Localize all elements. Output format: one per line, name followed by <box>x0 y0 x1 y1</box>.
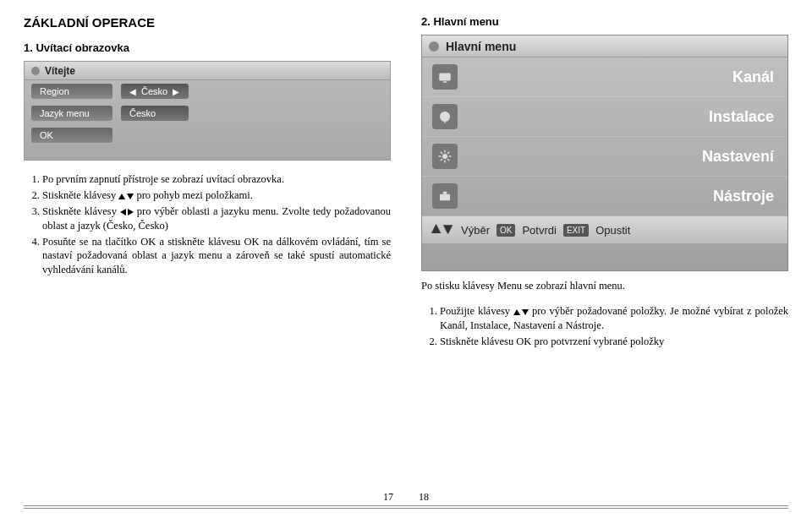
li-3: Stiskněte klávesy pro výběr oblasti a ja… <box>42 205 391 233</box>
region-label: Region <box>31 84 112 99</box>
chevron-right-icon: ▶ <box>173 87 179 96</box>
menu-item-instalace[interactable]: Instalace <box>422 97 787 137</box>
menu-item-nastroje[interactable]: Nástroje <box>422 177 787 216</box>
triangle-up-icon <box>513 309 520 315</box>
svg-rect-6 <box>443 192 447 194</box>
page-num-left: 17 <box>383 491 393 504</box>
menu-label: Kanál <box>732 68 774 86</box>
menu-item-kanal[interactable]: Kanál <box>422 57 787 97</box>
rli-1a: Použijte klávesy <box>440 305 510 317</box>
triangle-down-icon <box>127 194 134 199</box>
svg-point-4 <box>442 154 447 159</box>
main-menu-title: Hlavní menu <box>446 40 516 53</box>
ok-button[interactable]: OK <box>31 128 112 143</box>
window-icon <box>31 67 40 75</box>
window-icon <box>429 41 439 52</box>
menu-label: Nastavení <box>702 148 774 166</box>
tv-icon <box>432 64 458 90</box>
subsection-welcome: 1. Uvítací obrazovka <box>24 41 391 54</box>
svg-rect-5 <box>440 194 450 201</box>
rli-2: Stiskněte klávesu OK pro potvrzení vybra… <box>440 335 788 349</box>
li-1: Po prvním zapnutí přístroje se zobrazí u… <box>42 172 391 187</box>
language-label: Jazyk menu <box>31 106 112 121</box>
menu-label: Nástroje <box>713 188 774 205</box>
dish-icon <box>432 104 458 129</box>
section-heading: ZÁKLADNÍ OPERACE <box>24 15 391 30</box>
svg-rect-3 <box>444 121 446 123</box>
li-4: Posuňte se na tlačítko OK a stiskněte kl… <box>42 235 391 278</box>
svg-rect-1 <box>443 81 447 83</box>
chevron-left-icon: ◀ <box>129 87 136 96</box>
right-instructions: Použijte klávesy pro výběr požadované po… <box>421 304 788 349</box>
gear-icon <box>432 144 458 169</box>
language-value: Česko <box>129 108 156 118</box>
rli-1: Použijte klávesy pro výběr požadované po… <box>440 304 788 333</box>
menu-label: Instalace <box>709 108 774 126</box>
welcome-title: Vítejte <box>45 65 75 77</box>
li-2: Stiskněte klávesy pro pohyb mezi položka… <box>42 188 391 203</box>
li-2b: pro pohyb mezi položkami. <box>136 189 252 201</box>
triangle-left-icon <box>120 209 126 215</box>
footer-potvrdi: Potvrdi <box>522 224 556 237</box>
ok-key-icon: OK <box>497 224 515 237</box>
page-divider <box>24 505 788 509</box>
nav-arrows-icon: ⯅⯆ <box>431 223 454 237</box>
region-value: Česko <box>141 86 167 96</box>
triangle-right-icon <box>128 209 134 215</box>
welcome-screenshot: Vítejte Region ◀ Česko ▶ Jazyk menu Česk… <box>24 61 391 161</box>
left-instructions: Po prvním zapnutí přístroje se zobrazí u… <box>24 172 391 277</box>
main-menu-screenshot: Hlavní menu Kanál Instalace Nastavení Ná… <box>421 35 788 271</box>
subsection-main-menu: 2. Hlavní menu <box>421 15 788 28</box>
li-3a: Stiskněte klávesy <box>42 205 117 217</box>
menu-item-nastaveni[interactable]: Nastavení <box>422 137 787 177</box>
language-select[interactable]: Česko <box>121 106 189 121</box>
toolbox-icon <box>432 183 458 209</box>
page-numbers: 17 18 <box>0 491 812 504</box>
triangle-up-icon <box>118 194 125 199</box>
footer-vyber: Výběr <box>461 224 490 237</box>
svg-rect-0 <box>439 74 451 81</box>
right-para: Po stisku klávesy Menu se zobrazí hlavní… <box>421 280 788 292</box>
svg-point-2 <box>440 112 450 122</box>
li-2a: Stiskněte klávesy <box>42 189 116 201</box>
triangle-down-icon <box>522 309 529 315</box>
page-num-right: 18 <box>419 491 429 504</box>
exit-key-icon: EXIT <box>563 224 589 237</box>
footer-opustit: Opustit <box>595 224 630 237</box>
region-select[interactable]: ◀ Česko ▶ <box>121 84 189 99</box>
